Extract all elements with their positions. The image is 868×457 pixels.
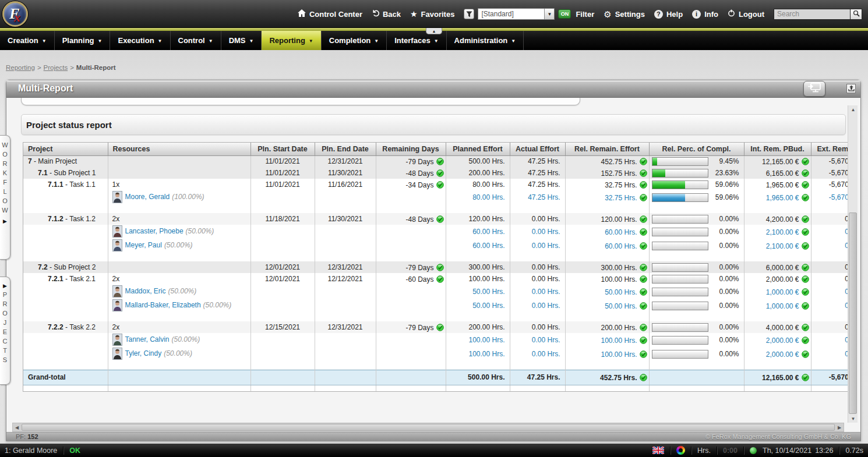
vertical-scroll-thumb[interactable] bbox=[849, 212, 857, 414]
allocation-percent: (50.00%) bbox=[164, 241, 193, 249]
scroll-right-button[interactable]: ▶ bbox=[835, 423, 844, 431]
divider bbox=[839, 447, 839, 455]
maximize-icon bbox=[848, 83, 855, 94]
home-icon bbox=[298, 9, 306, 19]
column-header: Resources bbox=[108, 143, 250, 155]
menu-item-control[interactable]: Control▼ bbox=[171, 31, 221, 50]
menu-item-execution[interactable]: Execution▼ bbox=[110, 31, 170, 50]
filter-preset-select[interactable]: [Standard] ▼ bbox=[478, 8, 555, 20]
presentation-mode-button[interactable] bbox=[803, 81, 825, 97]
breadcrumb-separator: > bbox=[37, 64, 41, 71]
help-button[interactable]: ? Help bbox=[654, 10, 683, 19]
scroll-down-button[interactable]: ▼ bbox=[848, 415, 858, 423]
collapsed-panel-edge bbox=[21, 98, 580, 105]
vertical-scrollbar[interactable]: ▲ ▼ bbox=[848, 105, 858, 423]
back-label: Back bbox=[383, 10, 401, 19]
logout-button[interactable]: Logout bbox=[728, 9, 764, 19]
scroll-up-button[interactable]: ▲ bbox=[848, 105, 858, 114]
spacer-row bbox=[23, 313, 848, 321]
ok-status-icon bbox=[436, 215, 444, 223]
menu-item-label: Administration bbox=[454, 36, 508, 45]
unit-label: Hrs. bbox=[697, 447, 711, 455]
settings-button[interactable]: ⚙ Settings bbox=[604, 10, 645, 19]
back-button[interactable]: Back bbox=[372, 9, 401, 19]
search-input[interactable] bbox=[774, 9, 851, 20]
filter-funnel-icon[interactable] bbox=[464, 9, 474, 19]
resource-avatar bbox=[112, 299, 122, 311]
ok-status-icon bbox=[436, 169, 444, 177]
allocation-percent: (50.00%) bbox=[168, 287, 197, 295]
ok-status-icon bbox=[802, 228, 809, 236]
ok-status-icon bbox=[640, 215, 647, 223]
scroll-left-button[interactable]: ◀ bbox=[13, 423, 21, 431]
control-center-button[interactable]: Control Center bbox=[298, 9, 362, 19]
projects-flyout-tab[interactable]: ▶ PROJECTS bbox=[0, 277, 10, 385]
language-flag-icon[interactable] bbox=[652, 447, 664, 454]
breadcrumb-separator: > bbox=[70, 64, 74, 71]
date-text: Th, 10/14/2021 bbox=[763, 447, 811, 455]
menu-item-dms[interactable]: DMS▼ bbox=[221, 31, 262, 50]
app-logo[interactable]: F x bbox=[2, 1, 28, 27]
resource-link[interactable]: Moore, Gerald bbox=[125, 193, 170, 201]
help-icon: ? bbox=[654, 10, 663, 19]
power-icon bbox=[728, 9, 735, 19]
ok-status-icon bbox=[640, 169, 647, 177]
ok-status-icon bbox=[640, 194, 647, 201]
resource-link[interactable]: Maddox, Eric bbox=[125, 287, 166, 295]
ok-status-icon bbox=[436, 275, 444, 283]
info-button[interactable]: i Info bbox=[692, 10, 718, 19]
divider bbox=[743, 447, 744, 455]
resource-link[interactable]: Lancaster, Phoebe bbox=[125, 227, 184, 235]
pf-value: 152 bbox=[27, 433, 38, 440]
resource-link[interactable]: Mallard-Baker, Elizabeth bbox=[125, 301, 201, 309]
completion-progress-bar bbox=[652, 193, 708, 202]
resource-link[interactable]: Tanner, Calvin bbox=[125, 335, 170, 343]
status-date: Th, 10/14/202113:26 bbox=[763, 447, 833, 455]
completion-progress-bar bbox=[652, 275, 708, 284]
menu-item-creation[interactable]: Creation▼ bbox=[0, 31, 55, 50]
resource-row: Moore, Gerald(100.00%)80.00 Hrs.47.25 Hr… bbox=[23, 190, 848, 204]
completion-progress-bar bbox=[652, 180, 708, 189]
info-label: Info bbox=[704, 10, 718, 19]
favorites-button[interactable]: ★ Favorites bbox=[410, 9, 454, 19]
menu-item-label: DMS bbox=[229, 36, 246, 45]
page-content: Reporting>Projects>Multi-Report WORKFLOW… bbox=[0, 50, 868, 444]
menu-item-completion[interactable]: Completion▼ bbox=[322, 31, 387, 50]
workflow-flyout-tab[interactable]: WORKFLOW ▶ bbox=[0, 135, 10, 260]
ok-status-icon bbox=[802, 275, 809, 283]
multi-report-window: Multi-Report Project status report Proje… bbox=[6, 80, 861, 441]
filter-on-toggle[interactable]: ON bbox=[558, 9, 571, 19]
statusbar: 1: Gerald Moore OK Hrs. 0:00 Th, 10/14/2… bbox=[0, 444, 868, 457]
table-row: 7 - Main Project11/01/202112/31/2021-79 … bbox=[23, 155, 848, 167]
column-header: Pln. Start Date bbox=[250, 143, 315, 155]
settings-label: Settings bbox=[615, 10, 645, 19]
completion-progress-bar bbox=[652, 263, 708, 272]
menu-item-reporting[interactable]: Reporting▼ bbox=[262, 31, 321, 50]
menu-item-administration[interactable]: Administration▼ bbox=[447, 31, 524, 50]
search-button[interactable] bbox=[851, 9, 862, 20]
ok-status-icon bbox=[802, 288, 809, 296]
chevron-down-icon: ▼ bbox=[374, 38, 379, 44]
expand-right-icon: ▶ bbox=[3, 283, 7, 289]
resource-row: Lancaster, Phoebe(50.00%)60.00 Hrs.0.00 … bbox=[23, 225, 848, 239]
ok-status-icon bbox=[640, 158, 647, 165]
info-icon: i bbox=[692, 10, 701, 19]
report-table: ProjectResourcesPln. Start DatePln. End … bbox=[23, 143, 848, 391]
color-theme-icon[interactable] bbox=[676, 446, 685, 455]
collapse-menu-button[interactable]: ▲ bbox=[426, 28, 442, 34]
allocation-percent: (50.00%) bbox=[172, 335, 200, 343]
breadcrumb-link-projects[interactable]: Projects bbox=[44, 64, 68, 71]
menu-item-planning[interactable]: Planning▼ bbox=[55, 31, 111, 50]
horizontal-scroll-thumb[interactable] bbox=[22, 424, 835, 431]
resource-row: Tanner, Calvin(50.00%)100.00 Hrs.0.00 Hr… bbox=[23, 333, 848, 347]
resource-link[interactable]: Meyer, Paul bbox=[125, 241, 162, 249]
filter-preset-value: [Standard] bbox=[478, 10, 544, 18]
breadcrumb-link-reporting[interactable]: Reporting bbox=[6, 64, 35, 71]
resource-link[interactable]: Tyler, Cindy bbox=[125, 349, 162, 357]
maximize-button[interactable] bbox=[846, 84, 856, 93]
ok-status-icon bbox=[640, 275, 647, 283]
report-heading: Project status report bbox=[21, 114, 846, 135]
pf-label: PF: bbox=[16, 433, 26, 440]
horizontal-scrollbar[interactable]: ◀ ▶ bbox=[12, 423, 844, 432]
favorites-label: Favorites bbox=[421, 10, 455, 19]
